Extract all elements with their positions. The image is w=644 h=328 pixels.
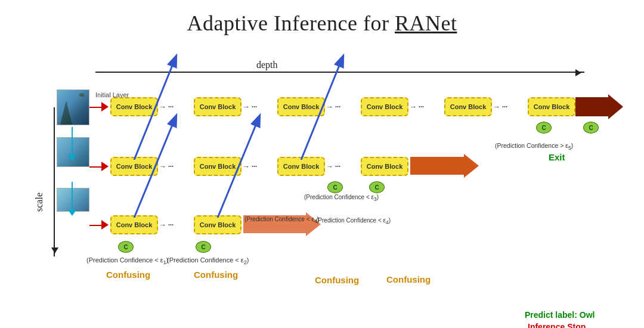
cyan-line-2: [72, 182, 73, 212]
diagram-area: depth scale Initial Layer Conv Block → ·…: [18, 54, 638, 322]
svg-line-10: [301, 57, 343, 160]
title-highlight: RANet: [395, 11, 457, 35]
cyan-arrow-1: [68, 155, 76, 161]
predict-label: Predict label: Owl: [525, 310, 595, 320]
cyan-arrow-2: [68, 210, 76, 216]
image-small: [57, 188, 89, 212]
blue-diag-arrow-3: [110, 54, 200, 160]
red-input-line-1: [89, 107, 103, 108]
dots-r1-4: → ···: [410, 103, 424, 112]
cyan-line-1: [72, 127, 73, 157]
conf-label-4b: (Prediction Confidence < ε4): [316, 217, 391, 225]
dots-r1-5: → ···: [493, 103, 507, 112]
conv-block-r3-1: Conv Block: [110, 215, 158, 234]
svg-line-6: [218, 116, 259, 218]
depth-label: depth: [256, 60, 278, 70]
image-large: [57, 89, 89, 125]
conf-label-3: (Prediction Confidence < ε3): [304, 194, 379, 202]
conv-block-r1-6: Conv Block: [528, 97, 575, 116]
scale-arrow: [54, 107, 55, 256]
red-input-arrow-2: [101, 162, 109, 171]
c-node-r2-2: C: [369, 181, 385, 193]
blue-diag-arrow-4: [277, 54, 367, 160]
svg-marker-0: [575, 94, 623, 119]
conv-block-r1-5: Conv Block: [444, 97, 492, 116]
svg-marker-1: [410, 154, 479, 178]
conv-block-r1-4: Conv Block: [361, 97, 408, 116]
red-input-line-2: [89, 166, 103, 168]
dots-r3-1: → ···: [159, 221, 174, 230]
conv-block-r2-4: Conv Block: [361, 157, 408, 176]
blue-diag-arrow-2: [194, 113, 283, 218]
svg-line-8: [134, 57, 176, 160]
c-node-r3-1: C: [118, 241, 134, 253]
conf-label-2: (Prediction Confidence < ε2): [167, 256, 249, 265]
red-input-arrow-1: [101, 102, 109, 112]
conf-label-5: (Prediction Confidence > ε5): [495, 142, 573, 151]
c-node-r1-1: C: [536, 122, 552, 134]
title-text: Adaptive Inference for: [187, 11, 395, 35]
c-node-r3-2: C: [196, 241, 211, 253]
image-medium: [57, 137, 89, 167]
exit-label: Exit: [549, 152, 565, 162]
confusing-label-2: Confusing: [194, 270, 238, 280]
confusing-label-1: Confusing: [106, 270, 150, 280]
row2-exit-arrow-svg: [410, 154, 479, 178]
red-input-arrow-3: [101, 220, 109, 230]
confusing-label-4: Confusing: [386, 274, 431, 284]
c-node-r2-1: C: [327, 181, 343, 193]
dots-r1-2: → ···: [243, 103, 257, 112]
conf-label-1: (Prediction Confidence < ε1): [86, 256, 169, 265]
page-title: Adaptive Inference for RANet: [0, 0, 644, 36]
dots-r2-3: → ···: [326, 162, 340, 171]
confusing-label-3: Confusing: [315, 275, 359, 285]
inference-stop-label: Inference Stop: [528, 322, 586, 328]
c-node-r1-2: C: [583, 122, 599, 134]
red-input-line-3: [89, 225, 103, 226]
scale-label: scale: [34, 193, 45, 212]
exit-arrow-svg: [575, 94, 623, 119]
conv-block-r3-2: Conv Block: [194, 215, 242, 234]
conf-label-4a: (Prediction Confidence < ε4): [244, 216, 319, 224]
